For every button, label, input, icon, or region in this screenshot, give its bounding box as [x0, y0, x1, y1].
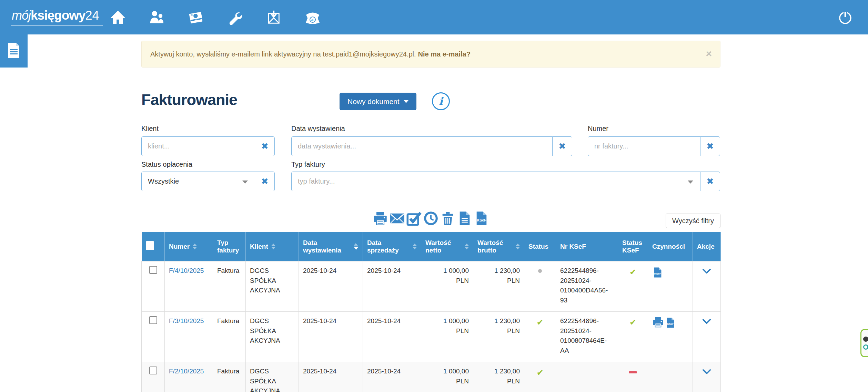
sale-date: 2025-10-24: [363, 312, 421, 362]
row-actions-chevron-icon[interactable]: [702, 267, 711, 277]
caret-down-icon: [404, 100, 408, 103]
typ-faktury-filter-group: typ faktury... ✖: [291, 172, 720, 191]
clear-icon: ✖: [707, 141, 714, 151]
table-row: F/2/10/2025 Faktura DGCS SPÓŁKA AKCYJNA …: [142, 362, 721, 392]
table-row: F/3/10/2025 Faktura DGCS SPÓŁKA AKCYJNA …: [142, 312, 721, 362]
svg-text:KSeF: KSeF: [477, 218, 486, 222]
invoice-number-link[interactable]: F/2/10/2025: [169, 368, 204, 375]
column-header-numer[interactable]: Numer: [165, 232, 213, 261]
ksef-document-icon[interactable]: KSeF: [652, 266, 663, 279]
numer-clear-button[interactable]: ✖: [700, 136, 720, 156]
logo-part-moj: mój: [12, 8, 31, 22]
row-checkbox[interactable]: [149, 316, 157, 324]
no-email-link[interactable]: Nie ma e-maila?: [418, 50, 471, 58]
select-all-checkbox[interactable]: [146, 241, 154, 250]
chevron-down-icon: [688, 180, 693, 184]
net-amount: 1 000,00PLN: [421, 312, 473, 362]
history-clock-icon[interactable]: [423, 211, 438, 226]
feedback-widget[interactable]: [860, 329, 868, 357]
invoice-number-link[interactable]: F/3/10/2025: [169, 317, 204, 324]
column-header-czynnosci: Czynności: [648, 232, 693, 261]
mark-paid-check-icon[interactable]: [406, 211, 422, 226]
data-wystawienia-clear-button[interactable]: ✖: [552, 136, 572, 156]
clear-icon: ✖: [707, 176, 714, 186]
data-wystawienia-filter-label: Data wystawienia: [291, 125, 345, 133]
invoices-table: Numer Typ faktury Klient Data wystawieni…: [141, 231, 721, 392]
column-header-wartosc-brutto[interactable]: Wartość brutto: [473, 232, 524, 261]
column-header-status-ksef: Status KSeF: [618, 232, 648, 261]
typ-faktury-filter-label: Typ faktury: [291, 161, 325, 168]
logout-power-icon[interactable]: [837, 9, 854, 25]
column-header-wartosc-netto[interactable]: Wartość netto: [421, 232, 473, 261]
ksef-icon[interactable]: KSeF: [474, 211, 489, 226]
close-icon[interactable]: ×: [706, 49, 712, 59]
sidebar-item-documents[interactable]: [0, 34, 28, 68]
ksef-ok-check-icon: ✔: [629, 318, 636, 327]
column-header-akcje: Akcje: [693, 232, 721, 261]
print-icon[interactable]: [373, 211, 388, 226]
chevron-down-icon: [242, 180, 248, 184]
info-icon[interactable]: i: [432, 92, 450, 110]
email-icon[interactable]: [390, 211, 405, 226]
page-title: Fakturowanie: [141, 91, 340, 109]
status-oplacenia-clear-button[interactable]: ✖: [255, 172, 275, 191]
typ-faktury-placeholder: typ faktury...: [298, 177, 335, 185]
clear-icon: ✖: [261, 141, 269, 151]
print-icon[interactable]: [652, 316, 663, 329]
widget-teal-icon: [863, 344, 868, 350]
status-oplacenia-select[interactable]: Wszystkie: [141, 172, 255, 191]
delete-trash-icon[interactable]: [440, 211, 455, 226]
sort-icon: [516, 244, 520, 249]
status-oplacenia-filter-label: Status opłacenia: [141, 161, 192, 168]
status-oplacenia-value: Wszystkie: [148, 177, 179, 185]
svg-text:KSeF: KSeF: [667, 322, 674, 326]
invoice-number-link[interactable]: F/4/10/2025: [169, 267, 204, 274]
bulk-actions-toolbar: KSeF: [141, 211, 720, 226]
klient-input[interactable]: [141, 136, 255, 156]
app-logo[interactable]: mójksięgowy24: [11, 8, 103, 26]
column-header-status: Status: [524, 232, 556, 261]
invoice-type: Faktura: [213, 312, 246, 362]
typ-faktury-clear-button[interactable]: ✖: [700, 172, 720, 191]
column-header-data-sprzedazy[interactable]: Data sprzedaży: [363, 232, 421, 261]
sort-icon: [193, 244, 197, 249]
new-document-label: Nowy dokument: [347, 97, 400, 106]
invoice-client: DGCS SPÓŁKA AKCYJNA: [246, 261, 299, 312]
row-actions-chevron-icon[interactable]: [702, 368, 711, 378]
ksef-document-icon[interactable]: KSeF: [665, 316, 676, 329]
home-icon[interactable]: [110, 9, 126, 25]
ksef-not-sent-dash-icon: [629, 371, 637, 373]
invoice-type: Faktura: [213, 261, 246, 312]
clear-icon: ✖: [261, 176, 269, 186]
logo-part-ksiegowy: księgowy: [31, 8, 85, 22]
sort-desc-icon: [354, 243, 359, 250]
document-icon[interactable]: [457, 211, 472, 226]
klient-clear-button[interactable]: ✖: [255, 136, 275, 156]
status-oplacenia-filter-group: Wszystkie ✖: [141, 172, 275, 191]
typ-faktury-select[interactable]: typ faktury...: [291, 172, 700, 191]
ksef-ok-check-icon: ✔: [629, 267, 636, 277]
issue-date: 2025-10-24: [299, 312, 363, 362]
row-checkbox[interactable]: [149, 266, 157, 274]
column-header-typ-faktury: Typ faktury: [213, 232, 246, 261]
row-actions-chevron-icon[interactable]: [702, 318, 711, 328]
column-header-data-wystawienia[interactable]: Data wystawienia: [299, 232, 363, 261]
ksef-number: 6222544896-20251024-0100400D4A56-93: [556, 261, 618, 312]
column-header-nr-ksef: Nr KSeF: [556, 232, 618, 261]
net-amount: 1 000,00PLN: [421, 362, 473, 392]
ksef-number: 6222544896-20251024-01008078464E-AA: [556, 312, 618, 362]
numer-filter-group: ✖: [588, 136, 720, 156]
clear-filters-button[interactable]: Wyczyść filtry: [666, 214, 720, 228]
data-wystawienia-input[interactable]: [291, 136, 553, 156]
status-paid-check-icon: ✔: [536, 318, 543, 327]
sale-date: 2025-10-24: [363, 362, 421, 392]
row-checkbox[interactable]: [149, 367, 157, 374]
status-pending-dot-icon: [538, 269, 542, 273]
issue-date: 2025-10-24: [299, 261, 363, 312]
gross-amount: 1 230,00PLN: [473, 261, 524, 312]
column-header-klient[interactable]: Klient: [246, 232, 299, 261]
gross-amount: 1 230,00PLN: [473, 362, 524, 392]
new-document-button[interactable]: Nowy dokument: [340, 93, 416, 110]
numer-input[interactable]: [588, 136, 700, 156]
invoice-client: DGCS SPÓŁKA AKCYJNA: [246, 312, 299, 362]
